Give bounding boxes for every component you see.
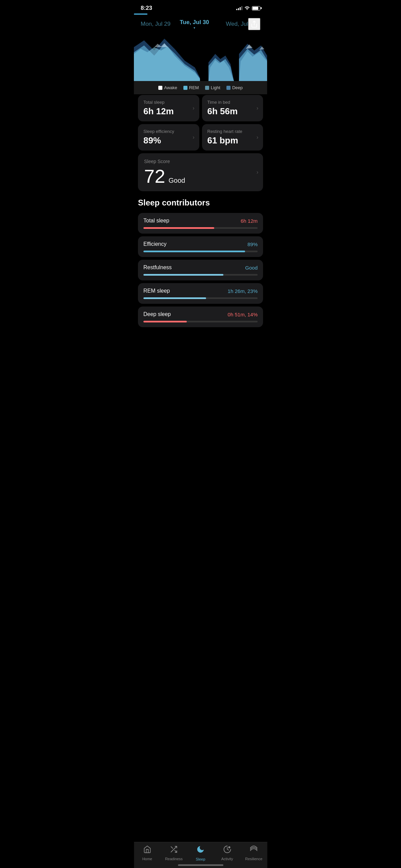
share-button[interactable]	[248, 18, 260, 30]
contributor-rem-header: REM sleep 1h 26m, 23%	[143, 288, 258, 294]
status-icons	[236, 6, 260, 11]
contributor-rem-value: 1h 26m, 23%	[228, 288, 258, 294]
awake-dot	[158, 86, 162, 90]
contributor-restfulness-name: Restfulness	[143, 264, 172, 271]
next-date[interactable]: Wed, Jul	[212, 21, 248, 27]
contributor-rem-bar	[143, 297, 206, 299]
contributor-rem-bar-bg	[143, 297, 258, 299]
stats-section: Total sleep 6h 12m › Time in bed 6h 56m …	[134, 95, 267, 191]
contributor-deep-name: Deep sleep	[143, 311, 171, 317]
resting-hr-label: Resting heart rate	[207, 129, 258, 134]
time-in-bed-chevron: ›	[257, 105, 258, 111]
sleep-legend: Awake REM Light Deep	[134, 81, 267, 94]
sleep-efficiency-card[interactable]: Sleep efficiency 89% ›	[138, 124, 199, 151]
legend-rem: REM	[183, 85, 199, 90]
sleep-score-label: Sleep Score	[144, 159, 257, 164]
contributor-efficiency-bar	[143, 251, 245, 252]
status-bar: 8:23	[134, 0, 267, 14]
sleep-chart	[134, 34, 267, 81]
total-sleep-label: Total sleep	[143, 100, 194, 105]
contributor-total-sleep-header: Total sleep 6h 12m	[143, 218, 258, 224]
signal-icon	[236, 6, 242, 10]
rem-dot	[183, 86, 187, 90]
sleep-efficiency-chevron: ›	[193, 134, 194, 140]
contributor-restfulness[interactable]: Restfulness Good	[138, 260, 263, 280]
total-sleep-chevron: ›	[193, 105, 194, 111]
legend-deep-label: Deep	[232, 85, 243, 90]
stats-grid: Total sleep 6h 12m › Time in bed 6h 56m …	[138, 95, 263, 151]
svg-rect-10	[234, 34, 239, 81]
total-sleep-value: 6h 12m	[143, 106, 194, 117]
total-sleep-card[interactable]: Total sleep 6h 12m ›	[138, 95, 199, 121]
legend-rem-label: REM	[189, 85, 199, 90]
contributor-deep-header: Deep sleep 0h 51m, 14%	[143, 311, 258, 317]
contributor-efficiency-bar-bg	[143, 251, 258, 252]
contributor-rem-sleep[interactable]: REM sleep 1h 26m, 23%	[138, 283, 263, 304]
light-dot	[205, 86, 209, 90]
contributor-deep-bar-bg	[143, 321, 258, 322]
prev-date[interactable]: Mon, Jul 29	[141, 21, 177, 27]
deep-dot	[226, 86, 230, 90]
legend-deep: Deep	[226, 85, 243, 90]
contributor-restfulness-bar-bg	[143, 274, 258, 276]
contributor-deep-bar	[143, 321, 187, 322]
wifi-icon	[244, 6, 250, 11]
contributor-restfulness-bar	[143, 274, 223, 276]
contributor-restfulness-header: Restfulness Good	[143, 264, 258, 271]
sleep-efficiency-value: 89%	[143, 135, 194, 146]
battery-icon	[252, 6, 260, 11]
contributor-total-sleep-name: Total sleep	[143, 218, 169, 224]
contributor-total-sleep[interactable]: Total sleep 6h 12m	[138, 213, 263, 234]
resting-heart-rate-card[interactable]: Resting heart rate 61 bpm ›	[202, 124, 263, 151]
sleep-score-descriptor: Good	[168, 177, 185, 184]
share-icon	[250, 20, 258, 28]
contributor-total-sleep-value: 6h 12m	[241, 218, 258, 224]
contributor-total-sleep-bar	[143, 227, 214, 229]
date-navigation: Mon, Jul 29 Tue, Jul 30 Wed, Jul	[134, 15, 267, 34]
contributor-rem-name: REM sleep	[143, 288, 170, 294]
contributors-title: Sleep contributors	[138, 198, 263, 208]
time-in-bed-value: 6h 56m	[207, 106, 258, 117]
status-time: 8:23	[141, 5, 152, 12]
resting-hr-value: 61 bpm	[207, 135, 258, 146]
contributor-total-sleep-bar-bg	[143, 227, 258, 229]
sleep-score-row: 72 Good	[144, 167, 257, 186]
sleep-efficiency-label: Sleep efficiency	[143, 129, 194, 134]
contributors-section: Sleep contributors Total sleep 6h 12m Ef…	[134, 198, 267, 327]
contributor-efficiency-name: Efficiency	[143, 241, 166, 247]
resting-hr-chevron: ›	[257, 134, 258, 140]
sleep-score-chevron: ›	[257, 169, 258, 175]
sleep-score-card[interactable]: Sleep Score 72 Good ›	[138, 153, 263, 191]
time-in-bed-card[interactable]: Time in bed 6h 56m ›	[202, 95, 263, 121]
current-date[interactable]: Tue, Jul 30	[177, 19, 213, 29]
contributor-efficiency[interactable]: Efficiency 89%	[138, 236, 263, 257]
time-in-bed-label: Time in bed	[207, 100, 258, 105]
contributor-efficiency-value: 89%	[247, 241, 258, 247]
legend-light: Light	[205, 85, 220, 90]
legend-awake-label: Awake	[164, 85, 177, 90]
contributor-deep-sleep[interactable]: Deep sleep 0h 51m, 14%	[138, 307, 263, 327]
legend-light-label: Light	[211, 85, 220, 90]
legend-awake: Awake	[158, 85, 177, 90]
sleep-score-number: 72	[144, 167, 165, 186]
contributor-deep-value: 0h 51m, 14%	[228, 312, 258, 317]
contributor-restfulness-value: Good	[245, 265, 258, 271]
contributor-efficiency-header: Efficiency 89%	[143, 241, 258, 247]
